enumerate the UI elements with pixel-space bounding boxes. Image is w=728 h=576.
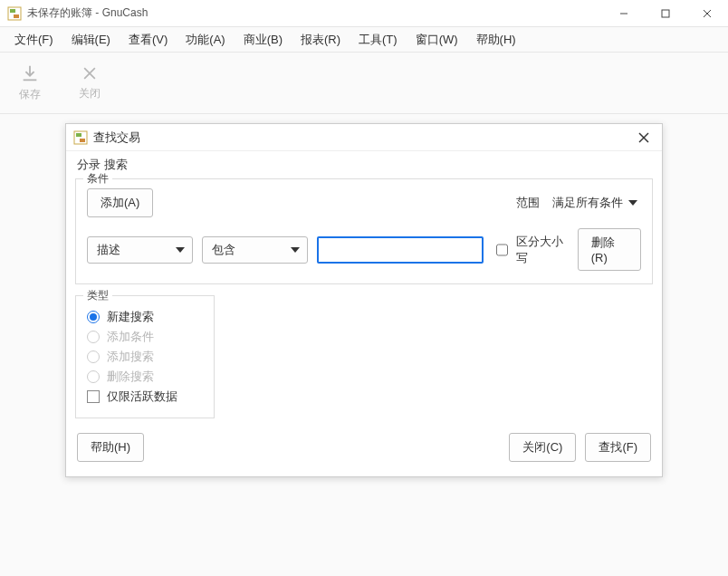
help-button[interactable]: 帮助(H): [77, 433, 144, 462]
menu-file[interactable]: 文件(F): [5, 28, 62, 52]
toolbar-save-label: 保存: [19, 87, 41, 102]
menu-windows[interactable]: 窗口(W): [407, 28, 467, 52]
split-search-label: 分录 搜索: [77, 157, 653, 173]
scope-combo[interactable]: 满足所有条件: [549, 195, 641, 211]
svg-rect-13: [80, 139, 85, 142]
type-delete-search: 删除搜索: [87, 369, 203, 385]
add-criteria-button[interactable]: 添加(A): [87, 188, 153, 217]
chevron-down-icon: [291, 247, 300, 253]
dialog-titlebar: 查找交易: [66, 124, 662, 151]
chevron-down-icon: [628, 200, 637, 206]
svg-rect-4: [662, 10, 669, 17]
window-title: 未保存的账簿 - GnuCash: [27, 5, 603, 21]
menu-reports[interactable]: 报表(R): [292, 28, 350, 52]
find-transaction-dialog: 查找交易 分录 搜索 条件 添加(A) 范围 满足所有条件: [65, 123, 663, 477]
remove-criteria-button[interactable]: 删除(R): [578, 228, 641, 271]
type-add-criteria: 添加条件: [87, 329, 203, 345]
chevron-down-icon: [176, 247, 185, 253]
save-icon: [20, 63, 40, 83]
checkbox-icon: [87, 390, 100, 403]
find-button[interactable]: 查找(F): [585, 433, 651, 462]
toolbar-close-label: 关闭: [79, 86, 101, 101]
match-combo-value: 包含: [212, 242, 235, 258]
menu-actions[interactable]: 功能(A): [177, 28, 234, 52]
type-new-search[interactable]: 新建搜索: [87, 309, 203, 325]
type-fieldset: 类型 新建搜索 添加条件 添加搜索 删除搜索: [75, 295, 215, 418]
menu-edit[interactable]: 编辑(E): [62, 28, 120, 52]
app-icon: [7, 6, 22, 21]
scope-combo-value: 满足所有条件: [552, 195, 623, 211]
radio-icon: [87, 370, 100, 383]
titlebar: 未保存的账簿 - GnuCash: [0, 0, 728, 27]
svg-rect-12: [76, 133, 81, 137]
menu-business[interactable]: 商业(B): [235, 28, 292, 52]
dialog-icon: [73, 130, 88, 145]
minimize-button[interactable]: [603, 0, 645, 27]
radio-icon: [87, 350, 100, 363]
dialog-close-button[interactable]: [633, 127, 655, 149]
menu-tools[interactable]: 工具(T): [350, 28, 407, 52]
svg-rect-1: [10, 9, 15, 13]
type-add-criteria-label: 添加条件: [107, 329, 154, 345]
field-combo-value: 描述: [97, 242, 120, 258]
search-text-input[interactable]: [317, 236, 484, 264]
menu-view[interactable]: 查看(V): [120, 28, 177, 52]
dialog-footer: 帮助(H) 关闭(C) 查找(F): [75, 433, 653, 466]
type-new-search-label: 新建搜索: [107, 309, 154, 325]
toolbar-close: 关闭: [69, 64, 110, 101]
type-add-search-label: 添加搜索: [107, 349, 154, 365]
case-sensitive-box[interactable]: [496, 244, 508, 256]
radio-icon: [87, 331, 100, 343]
workspace: 查找交易 分录 搜索 条件 添加(A) 范围 满足所有条件: [0, 114, 728, 576]
dialog-title: 查找交易: [93, 130, 633, 146]
case-sensitive-checkbox[interactable]: 区分大小写: [493, 234, 569, 266]
type-add-search: 添加搜索: [87, 349, 203, 365]
type-active-only-label: 仅限活跃数据: [107, 389, 177, 405]
case-sensitive-label: 区分大小写: [516, 234, 569, 266]
toolbar-save: 保存: [9, 63, 51, 102]
toolbar: 保存 关闭: [0, 53, 728, 114]
radio-checked-icon: [87, 311, 100, 323]
scope-label: 范围: [516, 195, 540, 211]
maximize-button[interactable]: [645, 0, 686, 27]
type-delete-search-label: 删除搜索: [107, 369, 154, 385]
menubar: 文件(F) 编辑(E) 查看(V) 功能(A) 商业(B) 报表(R) 工具(T…: [0, 27, 728, 53]
criteria-fieldset: 条件 添加(A) 范围 满足所有条件 描述 包含: [75, 178, 653, 284]
close-window-button[interactable]: [686, 0, 728, 27]
criteria-legend: 条件: [83, 171, 112, 187]
match-combo[interactable]: 包含: [202, 236, 308, 264]
type-legend: 类型: [83, 288, 112, 303]
menu-help[interactable]: 帮助(H): [467, 28, 525, 52]
svg-rect-2: [14, 14, 19, 18]
close-icon: [81, 64, 99, 82]
type-active-only[interactable]: 仅限活跃数据: [87, 389, 203, 405]
field-combo[interactable]: 描述: [87, 236, 193, 264]
close-button[interactable]: 关闭(C): [509, 433, 576, 462]
